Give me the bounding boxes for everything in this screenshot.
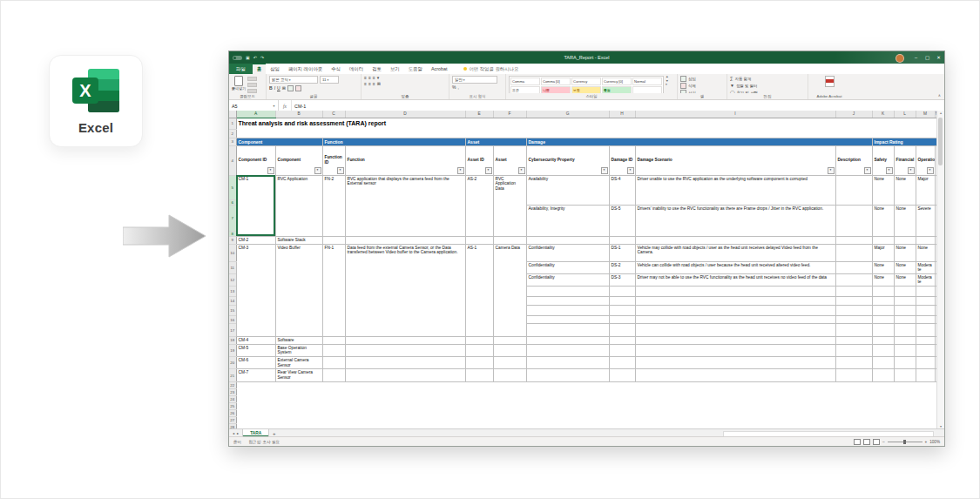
row-header[interactable]: 22	[229, 381, 236, 388]
row-header[interactable]: 15	[229, 306, 236, 316]
cell[interactable]: None	[894, 273, 916, 286]
cell[interactable]: CM-3	[236, 244, 275, 337]
cell[interactable]	[609, 337, 635, 345]
cell[interactable]	[916, 287, 935, 297]
row-header[interactable]: 9	[229, 236, 236, 244]
cell[interactable]: RVC Application Data	[493, 175, 526, 236]
cell[interactable]: Major	[872, 244, 894, 261]
group-header-asset[interactable]: Asset	[465, 138, 526, 145]
cell[interactable]	[835, 205, 872, 236]
underline-button[interactable]: U	[277, 86, 280, 91]
group-header-damage[interactable]: Damage	[526, 138, 872, 145]
row-header[interactable]: 2	[229, 129, 236, 138]
fill-color-icon[interactable]	[287, 85, 294, 91]
cell[interactable]	[916, 337, 935, 345]
maximize-button[interactable]: ▢	[922, 51, 933, 64]
cell[interactable]: Major	[916, 175, 935, 205]
row-header[interactable]: 3	[229, 138, 236, 145]
view-page-break-icon[interactable]	[873, 439, 880, 445]
minimize-button[interactable]: –	[910, 51, 922, 64]
cell[interactable]	[872, 324, 894, 337]
col-header-cell[interactable]: Asset▾	[493, 145, 526, 175]
cell[interactable]	[872, 236, 894, 244]
cell[interactable]: Camera Data	[493, 244, 526, 337]
select-all-corner[interactable]	[229, 111, 236, 118]
orientation-icon[interactable]: ▾	[377, 76, 380, 80]
col-header-cell[interactable]: Cybersecurity Property▾	[526, 145, 609, 175]
cell[interactable]	[609, 306, 635, 316]
cell[interactable]: None	[894, 261, 916, 273]
cell[interactable]: RVC application that displays the camera…	[345, 175, 465, 236]
cell[interactable]	[526, 337, 609, 345]
cell[interactable]: Data feed from the external Camera Senso…	[345, 244, 465, 337]
col-header-cell[interactable]: Operation▾	[916, 145, 935, 175]
col-header-cell[interactable]: Component ID▾	[236, 145, 275, 175]
cell[interactable]	[635, 306, 835, 316]
cell[interactable]: None	[872, 175, 894, 205]
filter-icon[interactable]: ▾	[886, 167, 893, 174]
autosave-toggle[interactable]	[233, 56, 242, 60]
filter-icon[interactable]: ▾	[337, 167, 344, 174]
cell[interactable]	[526, 369, 609, 381]
cell[interactable]	[526, 287, 609, 297]
column-header[interactable]: C	[322, 111, 345, 118]
font-name-select[interactable]: 맑은 고딕▾	[269, 76, 318, 84]
col-header-cell[interactable]: Safety▾	[872, 145, 894, 175]
column-header[interactable]: B	[275, 111, 322, 118]
cell[interactable]	[835, 357, 872, 369]
zoom-out-icon[interactable]: –	[882, 440, 885, 444]
group-header-component[interactable]: Component	[236, 138, 322, 145]
tab-file[interactable]: 파일	[229, 64, 253, 74]
cell[interactable]	[322, 357, 345, 369]
cell[interactable]	[894, 297, 916, 306]
scrollbar-thumb[interactable]	[938, 118, 943, 165]
col-header-cell[interactable]: Financial▾	[894, 145, 916, 175]
group-header-function[interactable]: Function	[322, 138, 465, 145]
column-header[interactable]: M	[916, 111, 935, 118]
comma-style-button[interactable]: ,	[457, 85, 458, 90]
cell[interactable]	[609, 369, 635, 381]
cell[interactable]: Moderate	[916, 273, 935, 286]
style-chip[interactable]	[632, 86, 662, 93]
cell[interactable]	[345, 236, 465, 244]
cell[interactable]	[916, 357, 935, 369]
cell[interactable]	[526, 306, 609, 316]
cell[interactable]	[835, 316, 872, 324]
filter-icon[interactable]: ▾	[601, 167, 608, 174]
style-chip-bad[interactable]: 나쁨	[541, 86, 571, 93]
row-header[interactable]: 13	[229, 287, 236, 297]
tab-review[interactable]: 검토	[368, 64, 386, 74]
style-chip[interactable]: Comma [0]	[541, 78, 571, 85]
gallery-expand-icon[interactable]: ▾	[666, 84, 669, 87]
insert-cells-button[interactable]: 삽입	[680, 76, 696, 81]
tab-acrobat[interactable]: Acrobat	[427, 64, 452, 74]
cell[interactable]	[493, 369, 526, 381]
sort-filter-button[interactable]: ▼정렬 및 필터	[730, 83, 758, 88]
cell[interactable]	[916, 316, 935, 324]
cell[interactable]: None	[872, 273, 894, 286]
cell[interactable]: Moderate	[916, 261, 935, 273]
cell[interactable]	[345, 344, 465, 356]
zoom-level[interactable]: 100%	[929, 440, 940, 444]
filter-icon[interactable]: ▾	[267, 167, 274, 174]
cell[interactable]	[916, 236, 935, 244]
cell[interactable]	[465, 337, 493, 345]
cell[interactable]: None	[916, 244, 935, 261]
cell[interactable]: None	[894, 244, 916, 261]
delete-cells-button[interactable]: 삭제	[680, 83, 696, 88]
cell[interactable]: DS-1	[609, 244, 635, 261]
style-chip-good[interactable]: 좋음	[602, 86, 632, 93]
cell[interactable]: None	[872, 261, 894, 273]
cell[interactable]: Vehicle may collide with road objects / …	[635, 244, 835, 261]
cell[interactable]	[894, 324, 916, 337]
cell[interactable]	[526, 344, 609, 356]
undo-icon[interactable]: ↶	[253, 56, 257, 60]
align-center-icon[interactable]: ≡	[368, 82, 371, 86]
save-icon[interactable]: ▣	[246, 56, 250, 60]
cell[interactable]	[609, 344, 635, 356]
column-header[interactable]: J	[835, 111, 872, 118]
cell[interactable]	[635, 316, 835, 324]
cell[interactable]	[872, 337, 894, 345]
view-page-layout-icon[interactable]	[863, 439, 870, 445]
cell[interactable]: Confidentiality	[526, 244, 609, 261]
